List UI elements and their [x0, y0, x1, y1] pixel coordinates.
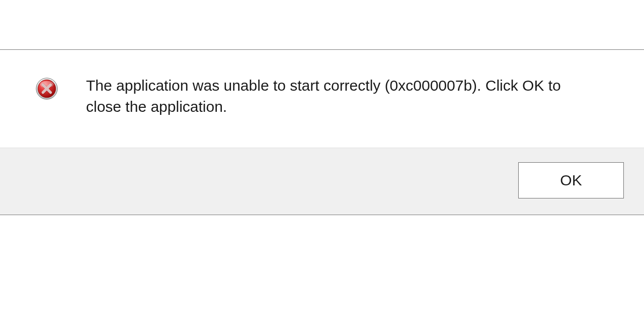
ok-button[interactable]: OK	[518, 162, 624, 198]
error-dialog: The application was unable to start corr…	[0, 49, 644, 215]
dialog-body: The application was unable to start corr…	[0, 50, 644, 148]
error-message: The application was unable to start corr…	[86, 75, 589, 117]
error-x-icon	[35, 77, 58, 100]
dialog-footer: OK	[0, 148, 644, 215]
